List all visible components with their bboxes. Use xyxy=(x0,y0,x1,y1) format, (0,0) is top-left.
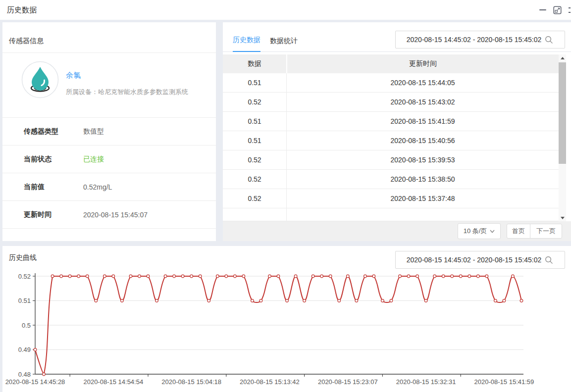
water-drop-icon xyxy=(21,61,59,100)
window-title: 历史数据 xyxy=(7,0,37,20)
info-label: 当前值 xyxy=(2,183,83,192)
sensor-info-panel: 传感器信息 余氯 所属设备：哈尼克智能水质多参数监测系统 传感器类型 数值型 当… xyxy=(2,22,216,241)
svg-text:2020-08-15 15:41:59: 2020-08-15 15:41:59 xyxy=(474,378,534,386)
table-scrollbar[interactable] xyxy=(559,54,566,221)
cell-data: 0.51 xyxy=(223,112,287,131)
table-row[interactable]: 0.512020-08-15 15:41:59 xyxy=(223,112,559,131)
table-row[interactable]: 0.522020-08-15 15:43:02 xyxy=(223,93,559,112)
cell-data: 0.51 xyxy=(223,73,287,92)
info-label: 更新时间 xyxy=(2,210,83,219)
status-badge: 已连接 xyxy=(83,155,104,164)
column-header-data: 数据 xyxy=(223,54,287,73)
table-row[interactable]: 0.522020-08-15 15:39:53 xyxy=(223,150,559,170)
minimize-icon[interactable] xyxy=(539,9,546,10)
cell-data: 0.52 xyxy=(223,150,287,169)
scrollbar-thumb[interactable] xyxy=(559,62,566,164)
cell-time: 2020-08-15 15:41:59 xyxy=(287,112,559,131)
cell-time: 2020-08-15 15:44:05 xyxy=(287,73,559,92)
sensor-device: 所属设备：哈尼克智能水质多参数监测系统 xyxy=(66,88,188,97)
history-curve-chart[interactable]: 0.520.510.50.490.482020-08-15 14:45:2820… xyxy=(2,270,571,392)
info-value: 0.52mg/L xyxy=(83,183,112,191)
table-row[interactable]: 0.512020-08-15 15:40:56 xyxy=(223,131,559,150)
tab-history-data[interactable]: 历史数据 xyxy=(233,36,260,52)
svg-text:0.49: 0.49 xyxy=(18,346,31,353)
cell-time: 2020-08-15 15:37:48 xyxy=(287,189,559,208)
table-footer: 10 条/页 首页 下一页 xyxy=(223,221,571,241)
restore-icon[interactable] xyxy=(553,6,562,14)
date-range-input[interactable]: 2020-08-15 14:45:02 - 2020-08-15 15:45:0… xyxy=(395,31,565,49)
next-page-button[interactable]: 下一页 xyxy=(530,224,562,239)
scroll-down-icon[interactable] xyxy=(559,214,566,221)
svg-text:0.52: 0.52 xyxy=(18,273,31,280)
cell-data: 0.51 xyxy=(223,131,287,150)
cell-data: 0.52 xyxy=(223,189,287,208)
svg-text:2020-08-15 15:32:31: 2020-08-15 15:32:31 xyxy=(396,378,456,386)
info-value: 数值型 xyxy=(83,127,104,136)
window-controls xyxy=(539,0,571,20)
search-icon[interactable] xyxy=(544,255,554,265)
tab-bar: 历史数据 数据统计 2020-08-15 14:45:02 - 2020-08-… xyxy=(223,22,571,52)
column-header-time: 更新时间 xyxy=(287,54,559,73)
cell-data: 0.52 xyxy=(223,170,287,189)
table-row[interactable]: 0.512020-08-15 15:44:05 xyxy=(223,73,559,93)
page-size-select[interactable]: 10 条/页 xyxy=(458,223,501,239)
svg-text:0.51: 0.51 xyxy=(18,297,31,304)
pagination-buttons: 首页 下一页 xyxy=(507,224,562,239)
panel-title: 传感器信息 xyxy=(2,22,216,53)
panel-title: 历史曲线 xyxy=(9,253,37,262)
date-range-value: 2020-08-15 14:45:02 - 2020-08-15 15:45:0… xyxy=(407,256,541,264)
date-range-value: 2020-08-15 14:45:02 - 2020-08-15 15:45:0… xyxy=(407,36,541,44)
sensor-name[interactable]: 余氯 xyxy=(66,71,81,80)
table-row[interactable]: 0.522020-08-15 15:37:48 xyxy=(223,189,559,208)
sensor-type-row: 传感器类型 数值型 xyxy=(2,118,216,146)
svg-text:2020-08-15 15:23:07: 2020-08-15 15:23:07 xyxy=(318,378,378,386)
table-row[interactable]: 0.522020-08-15 15:38:50 xyxy=(223,170,559,189)
svg-text:0.48: 0.48 xyxy=(18,371,31,378)
sensor-value-row: 当前值 0.52mg/L xyxy=(2,173,216,201)
sensor-updated-row: 更新时间 2020-08-15 15:45:07 xyxy=(2,201,216,229)
scroll-up-icon[interactable] xyxy=(559,54,566,61)
info-value: 2020-08-15 15:45:07 xyxy=(83,211,148,219)
chevron-down-icon xyxy=(490,230,495,233)
info-label: 传感器类型 xyxy=(2,127,83,136)
sensor-status-row: 当前状态 已连接 xyxy=(2,146,216,173)
info-label: 当前状态 xyxy=(2,155,83,164)
svg-text:2020-08-15 15:13:42: 2020-08-15 15:13:42 xyxy=(240,378,300,386)
cell-time: 2020-08-15 15:39:53 xyxy=(287,150,559,169)
history-table: 数据 更新时间 0.512020-08-15 15:44:050.522020-… xyxy=(223,54,571,221)
svg-text:2020-08-15 14:54:54: 2020-08-15 14:54:54 xyxy=(83,378,143,386)
cell-time: 2020-08-15 15:43:02 xyxy=(287,93,559,111)
svg-text:2020-08-15 14:45:28: 2020-08-15 14:45:28 xyxy=(5,378,65,386)
cell-time: 2020-08-15 15:38:50 xyxy=(287,170,559,189)
svg-text:0.5: 0.5 xyxy=(22,322,31,329)
table-row-partial xyxy=(223,208,559,221)
cell-time: 2020-08-15 15:40:56 xyxy=(287,131,559,150)
table-header: 数据 更新时间 xyxy=(223,54,559,73)
sensor-profile: 余氯 所属设备：哈尼克智能水质多参数监测系统 xyxy=(2,53,216,118)
history-table-body: 0.512020-08-15 15:44:050.522020-08-15 15… xyxy=(223,73,571,208)
window-titlebar: 历史数据 xyxy=(0,0,571,20)
history-curve-panel: 历史曲线 2020-08-15 14:45:02 - 2020-08-15 15… xyxy=(2,246,571,392)
search-icon[interactable] xyxy=(544,35,554,45)
tab-data-statistics[interactable]: 数据统计 xyxy=(270,37,298,52)
date-range-input[interactable]: 2020-08-15 14:45:02 - 2020-08-15 15:45:0… xyxy=(395,251,565,269)
cell-data: 0.52 xyxy=(223,93,287,111)
window-icon-partial[interactable] xyxy=(569,6,571,14)
svg-text:2020-08-15 15:04:18: 2020-08-15 15:04:18 xyxy=(161,378,221,386)
first-page-button[interactable]: 首页 xyxy=(507,224,530,239)
history-data-panel: 历史数据 数据统计 2020-08-15 14:45:02 - 2020-08-… xyxy=(223,22,571,241)
